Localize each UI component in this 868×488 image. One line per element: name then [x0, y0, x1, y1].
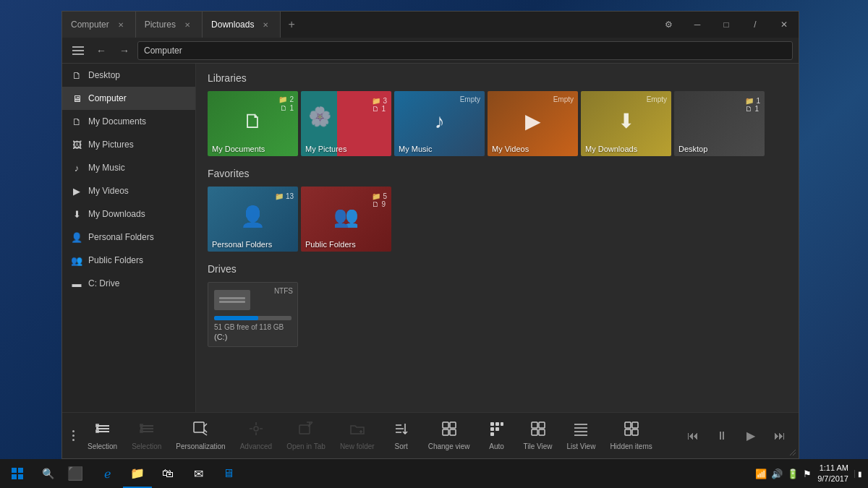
toolbar-more-button[interactable]	[68, 424, 79, 447]
desktop-tile-counts: 📁 1 🗋 1	[745, 97, 760, 113]
pictures-folder-icon: 📁	[372, 97, 380, 105]
documents-tile-icon: 🗋	[243, 109, 263, 133]
toolbar-hidden-items-button[interactable]: Hidden items	[604, 418, 658, 453]
taskbar-clock[interactable]: 1:11 AM 9/7/2017	[817, 463, 848, 485]
svg-line-24	[308, 422, 312, 427]
nav-back-button[interactable]: ←	[91, 40, 111, 61]
toolbar-new-folder-button[interactable]: New folder	[334, 418, 380, 453]
network-icon[interactable]: 📶	[755, 468, 767, 479]
tab-downloads[interactable]: Downloads ✕	[203, 12, 281, 38]
more-dot-3	[72, 439, 75, 441]
sidebar-item-personal-folders[interactable]: 👤 Personal Folders	[62, 226, 195, 249]
music-empty-label: Empty	[460, 95, 480, 103]
taskbar-app-pc[interactable]: 🖥	[214, 459, 243, 488]
toolbar-open-in-tab-button[interactable]: Open in Tab	[281, 418, 331, 453]
toolbar-auto-label: Auto	[489, 442, 504, 450]
tile-personal-folders[interactable]: 👤 📁 13 Personal Folders	[208, 187, 298, 252]
toolbar-personalization-button[interactable]: Personalization	[170, 418, 231, 453]
selection2-icon	[139, 421, 155, 440]
public-folder-icon: 📁	[372, 192, 380, 200]
sidebar-item-my-videos[interactable]: ▶ My Videos	[62, 179, 195, 202]
sidebar-item-public-folders[interactable]: 👥 Public Folders	[62, 249, 195, 272]
media-pause-button[interactable]: ⏸	[709, 423, 735, 449]
sidebar-item-my-music[interactable]: ♪ My Music	[62, 156, 195, 179]
toolbar-advanced-button[interactable]: Advanced	[234, 418, 278, 453]
taskbar-search-button[interactable]: 🔍	[35, 459, 61, 488]
toolbar-selection-button[interactable]: Selection	[82, 418, 123, 453]
hamburger-line-2	[72, 50, 84, 51]
minimize-button[interactable]: ─	[683, 12, 712, 38]
toolbar-auto-button[interactable]: Auto	[479, 418, 515, 453]
hamburger-button[interactable]	[68, 40, 88, 61]
battery-icon[interactable]: 🔋	[787, 468, 799, 479]
tab-computer-close[interactable]: ✕	[115, 20, 127, 30]
toolbar-sort-button[interactable]: Sort	[383, 418, 420, 453]
settings-button[interactable]: ⚙	[654, 12, 683, 38]
tile-public-folders[interactable]: 👥 📁 5 🗋 9 Public Folders	[301, 187, 391, 252]
svg-rect-56	[18, 468, 23, 473]
media-play-icon: ▶	[746, 429, 755, 442]
media-next-button[interactable]: ⏭	[767, 423, 793, 449]
sidebar-item-c-drive[interactable]: ▬ C: Drive	[62, 272, 195, 295]
open-in-tab-icon	[298, 421, 314, 440]
close-button[interactable]: ✕	[770, 12, 799, 38]
sidebar-item-computer[interactable]: 🖥 Computer	[62, 87, 195, 110]
tab-pictures-close[interactable]: ✕	[182, 20, 193, 30]
tab-pictures[interactable]: Pictures ✕	[136, 12, 203, 38]
nav-forward-button[interactable]: →	[114, 40, 135, 61]
resize-handle[interactable]	[787, 447, 796, 455]
pictures-tile-label: My Pictures	[305, 145, 346, 153]
tile-my-videos[interactable]: ▶ Empty My Videos	[488, 91, 578, 156]
flag-icon[interactable]: ⚑	[803, 468, 812, 479]
media-prev-button[interactable]: ⏮	[680, 423, 706, 449]
tile-my-downloads[interactable]: ⬇ Empty My Downloads	[581, 91, 671, 156]
sidebar-item-desktop[interactable]: 🗋 Desktop	[62, 64, 195, 87]
personal-folder-count-row: 📁 13	[275, 192, 294, 200]
tile-my-documents[interactable]: 🗋 📁 2 🗋 1 My Documents	[208, 91, 298, 156]
taskbar-app-taskview[interactable]: ⬛	[61, 459, 90, 488]
tile-desktop[interactable]: 📁 1 🗋 1 Desktop	[674, 91, 765, 156]
my-pictures-icon: 🖼	[71, 139, 82, 150]
list-view-icon	[573, 421, 589, 440]
media-play-button[interactable]: ▶	[738, 423, 764, 449]
tab-downloads-close[interactable]: ✕	[260, 20, 271, 30]
forward-icon: →	[119, 45, 129, 56]
libraries-title: Libraries	[208, 72, 787, 84]
toolbar-selection2-button[interactable]: Selection	[126, 418, 167, 453]
show-desktop-button[interactable]: ▮	[854, 470, 862, 478]
personalization-icon	[192, 421, 208, 440]
tile-my-music[interactable]: ♪ Empty My Music	[394, 91, 485, 156]
sidebar-item-personal-folders-label: Personal Folders	[88, 232, 154, 242]
address-path[interactable]: Computer	[137, 41, 793, 60]
toolbar-tile-view-button[interactable]: Tile View	[518, 418, 558, 453]
restore-button[interactable]: /	[741, 12, 770, 38]
taskbar-app-mail[interactable]: ✉	[184, 459, 213, 488]
sidebar-item-my-documents[interactable]: 🗋 My Documents	[62, 110, 195, 133]
tab-add-button[interactable]: +	[281, 18, 302, 31]
svg-rect-4	[96, 427, 98, 429]
tab-computer[interactable]: Computer ✕	[62, 12, 136, 38]
taskbar-start-button[interactable]	[0, 459, 35, 488]
toolbar-list-view-button[interactable]: List View	[561, 418, 602, 453]
maximize-button[interactable]: □	[712, 12, 741, 38]
sort-icon	[393, 421, 409, 440]
drive-c[interactable]: NTFS 51 GB free of 118 GB (C:)	[208, 282, 298, 347]
music-tile-icon: ♪	[435, 110, 445, 133]
taskbar-app-explorer[interactable]: 📁	[123, 459, 152, 488]
volume-icon[interactable]: 🔊	[771, 468, 783, 479]
taskbar-app-store[interactable]: 🛍	[153, 459, 182, 488]
taskbar-app-edge[interactable]: ℯ	[93, 459, 122, 488]
desktop-icon: 🗋	[71, 69, 82, 81]
drive-hdd-line-2	[219, 301, 245, 303]
svg-rect-39	[490, 432, 494, 436]
sidebar-item-my-videos-label: My Videos	[88, 186, 129, 196]
tile-my-pictures[interactable]: 📁 3 🗋 1 🌸 My Pictures	[301, 91, 391, 156]
sidebar-item-my-pictures[interactable]: 🖼 My Pictures	[62, 133, 195, 156]
sidebar-item-my-downloads[interactable]: ⬇ My Downloads	[62, 202, 195, 226]
personal-tile-label: Personal Folders	[212, 240, 272, 249]
toolbar-change-view-button[interactable]: Change view	[422, 418, 476, 453]
toolbar-list-view-label: List View	[567, 442, 596, 450]
desktop-folder-count: 1	[756, 97, 760, 105]
title-bar: Computer ✕ Pictures ✕ Downloads ✕ + ⚙ ─ …	[62, 12, 799, 38]
sidebar-item-my-music-label: My Music	[88, 163, 125, 173]
